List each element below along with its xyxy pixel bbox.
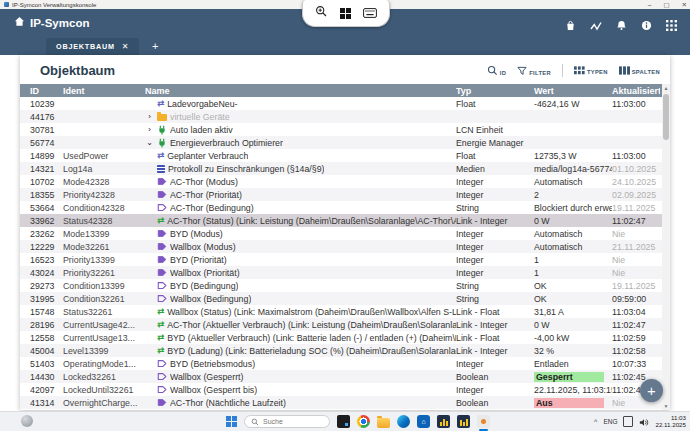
- col-name[interactable]: Name: [145, 86, 456, 96]
- variable-tag-icon: [157, 242, 167, 251]
- language-indicator[interactable]: ENG: [603, 418, 617, 425]
- tab-add-button[interactable]: +: [152, 41, 158, 52]
- zoom-in-icon[interactable]: [315, 4, 328, 22]
- cell-id: 51403: [30, 359, 63, 369]
- cell-name: BYD (Bedingung): [145, 281, 456, 291]
- microsoft-store-icon[interactable]: ⌂: [417, 415, 430, 428]
- table-scrollbar[interactable]: ▲ ▼: [662, 84, 670, 410]
- windows-taskbar: Suche ⌂ ^ ENG 11:03 22.11.2025: [0, 411, 690, 431]
- tray-expand-icon[interactable]: ^: [594, 418, 597, 425]
- cell-wert: 0 W: [534, 216, 612, 226]
- home-icon[interactable]: [14, 16, 25, 29]
- table-row[interactable]: 14430Locked32261Wallbox (Gesperrt)Boolea…: [20, 370, 670, 383]
- volume-icon[interactable]: [639, 413, 649, 431]
- spalten-button[interactable]: SPALTEN: [619, 66, 660, 75]
- table-row[interactable]: 30781›Auto laden aktivLCN Einheit: [20, 123, 670, 136]
- grid-view-icon[interactable]: [340, 8, 351, 19]
- table-row[interactable]: 53664Condition42328AC-Thor (Bedingung)St…: [20, 201, 670, 214]
- typen-button[interactable]: TYPEN: [574, 66, 608, 75]
- expand-icon[interactable]: ›: [145, 125, 154, 134]
- table-row[interactable]: 41314OvernightCharge...AC-Thor (Nächtlic…: [20, 396, 670, 409]
- table-row[interactable]: 15748Status32261⇄Wallbox (Status) (Link:…: [20, 305, 670, 318]
- cell-name: BYD (Betriebsmodus): [145, 359, 456, 369]
- table-row[interactable]: 10239⇄LadevorgabeNeu-Float-4624,16 W11:0…: [20, 97, 670, 110]
- tab-objektbaum[interactable]: OBJEKTBAUM ✕: [46, 38, 139, 55]
- keyboard-icon[interactable]: [363, 4, 377, 22]
- table-row[interactable]: 33962Status42328⇄AC-Thor (Status) (Link:…: [20, 214, 670, 227]
- table-row[interactable]: 14321Log14aProtokoll zu Einschränkungen …: [20, 162, 670, 175]
- table-row[interactable]: 28196CurrentUsage42...⇄AC-Thor (Aktuelle…: [20, 318, 670, 331]
- scroll-up-icon[interactable]: ▲: [662, 84, 670, 92]
- cell-typ: Medien: [456, 164, 534, 174]
- windows-start-icon[interactable]: [226, 416, 237, 427]
- taskbar-search[interactable]: Suche: [244, 415, 330, 428]
- cell-aktualisiert: 19.11.2025: [612, 203, 660, 213]
- edge-icon[interactable]: [397, 415, 410, 428]
- cell-name: ⇄Geplanter Verbrauch: [145, 151, 456, 161]
- table-row[interactable]: 12229Mode32261Wallbox (Modus)IntegerAuto…: [20, 240, 670, 253]
- cell-typ: String: [456, 281, 534, 291]
- cell-id: 10702: [30, 177, 63, 187]
- cell-aktualisiert: 02.09.2025: [612, 190, 660, 200]
- cell-aktualisiert: Nie: [612, 229, 660, 239]
- content-panel: Objektbaum ID FILTER TYPEN SPALTEN ID Id…: [20, 55, 670, 410]
- scroll-down-icon[interactable]: ▼: [662, 402, 670, 410]
- taskbar-app-icon[interactable]: [337, 415, 350, 428]
- cell-id: 41314: [30, 398, 63, 408]
- close-button[interactable]: ✕: [682, 1, 687, 8]
- cell-wert: 31,81 A: [534, 307, 612, 317]
- chrome-icon[interactable]: [357, 415, 370, 428]
- table-row[interactable]: 31995Condition32261Wallbox (Bedingung)St…: [20, 292, 670, 305]
- apps-grid-icon[interactable]: [666, 20, 677, 31]
- table-row[interactable]: 42097LockedUntil32261Wallbox (Gesperrt b…: [20, 383, 670, 396]
- tab-label: OBJEKTBAUM: [56, 42, 115, 51]
- table-row[interactable]: 18355Priority42328AC-Thor (Priorität)Int…: [20, 188, 670, 201]
- table-row[interactable]: 14899UsedPower⇄Geplanter VerbrauchFloat1…: [20, 149, 670, 162]
- cell-ident: Log14a: [63, 164, 145, 174]
- cell-ident: CurrentUsage42...: [63, 320, 145, 330]
- expand-icon[interactable]: ›: [145, 112, 154, 121]
- table-row[interactable]: 16523Priority13399BYD (Priorität)Integer…: [20, 253, 670, 266]
- tab-close-icon[interactable]: ✕: [122, 42, 130, 51]
- table-row[interactable]: 12558CurrentUsage13...⇄BYD (Aktueller Ve…: [20, 331, 670, 344]
- collapse-icon[interactable]: ⌄: [145, 138, 154, 147]
- table-row[interactable]: 23262Mode13399BYD (Modus)IntegerAutomati…: [20, 227, 670, 240]
- file-explorer-icon[interactable]: [377, 418, 390, 428]
- col-typ[interactable]: Typ: [456, 86, 534, 96]
- console-app-icon-2[interactable]: [457, 415, 470, 428]
- search-id-button[interactable]: ID: [487, 65, 506, 76]
- cell-wert: Gesperrt: [534, 372, 612, 382]
- cell-ident: Level13399: [63, 346, 145, 356]
- col-aktualisiert[interactable]: Aktualisiert: [612, 86, 660, 96]
- table-row[interactable]: 44176›virtuelle Geräte: [20, 110, 670, 123]
- store-bag-icon[interactable]: [565, 20, 576, 31]
- cell-typ: Integer: [456, 229, 534, 239]
- add-object-fab[interactable]: +: [640, 379, 663, 402]
- col-ident[interactable]: Ident: [63, 86, 145, 96]
- scrollbar-thumb[interactable]: [663, 94, 669, 140]
- table-row[interactable]: 56774⌄Energieverbrauch OptimiererEnergie…: [20, 136, 670, 149]
- notifications-bell-icon[interactable]: [616, 20, 627, 31]
- cell-wert: Automatisch: [534, 177, 612, 187]
- info-icon[interactable]: [641, 20, 652, 31]
- table-row[interactable]: 10702Mode42328AC-Thor (Modus)IntegerAuto…: [20, 175, 670, 188]
- col-id[interactable]: ID: [30, 86, 63, 96]
- maximize-button[interactable]: ▢: [663, 1, 669, 8]
- taskbar-clock[interactable]: 11:03 22.11.2025: [655, 415, 686, 429]
- taskbar-tray-app-icon[interactable]: [21, 415, 33, 427]
- toolbar-divider: [562, 64, 563, 77]
- table-row[interactable]: 29273Condition13399BYD (Bedingung)String…: [20, 279, 670, 292]
- cell-name: Wallbox (Modus): [145, 242, 456, 252]
- filter-button[interactable]: FILTER: [517, 66, 551, 76]
- col-wert[interactable]: Wert: [534, 86, 612, 96]
- console-app-icon-1[interactable]: [437, 415, 450, 428]
- cell-typ: Link - Float: [456, 307, 534, 317]
- table-row[interactable]: 51403OperatingMode1...BYD (Betriebsmodus…: [20, 357, 670, 370]
- table-row[interactable]: 45004Level13399⇄BYD (Ladung) (Link: Batt…: [20, 344, 670, 357]
- touch-keyboard-icon[interactable]: [623, 416, 633, 427]
- active-app-icon[interactable]: [477, 415, 490, 428]
- activity-icon[interactable]: [590, 21, 602, 31]
- table-row[interactable]: 43024Priority32261Wallbox (Priorität)Int…: [20, 266, 670, 279]
- minimize-button[interactable]: –: [648, 1, 652, 8]
- cell-typ: Integer: [456, 359, 534, 369]
